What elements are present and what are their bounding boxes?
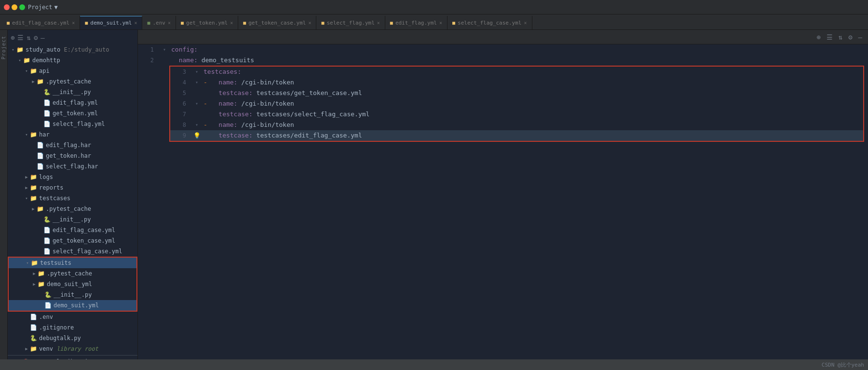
tab-close-icon[interactable]: × [439, 20, 442, 26]
tab-select-flag[interactable]: ■ select_flag.yml × [316, 16, 385, 29]
tree-item-get-token-har[interactable]: 📄 get_token.har [8, 151, 137, 161]
line-gutter-6: ▾ [192, 98, 202, 109]
tree-item-init-py-ts[interactable]: 🐍 __init__.py [9, 289, 136, 300]
tree-item-env[interactable]: 📄 .env [8, 312, 137, 322]
tab-label: get_token.yml [186, 20, 228, 26]
yml-icon: 📄 [43, 99, 51, 106]
tree-icon-list[interactable]: ☰ [17, 34, 24, 41]
status-right: CSDN @比个yeah [822, 361, 864, 369]
tree-item-gitignore[interactable]: 📄 .gitignore [8, 322, 137, 333]
tab-close-icon[interactable]: × [377, 20, 380, 26]
tab-close-icon[interactable]: × [72, 20, 75, 26]
folder-icon: 📁 [30, 195, 37, 202]
tree-icon-globe[interactable]: ⊕ [11, 34, 14, 41]
arrow: ▶ [30, 206, 37, 211]
tree-item-pytest-cache-api[interactable]: ▶ 📁 .pytest_cache [8, 76, 137, 87]
logs-arrow: ▶ [23, 175, 30, 179]
tree-item-logs[interactable]: ▶ 📁 logs [8, 172, 137, 182]
no-arrow [37, 249, 43, 254]
edit-flag-yml-label: edit_flag.yml [53, 99, 98, 106]
line-gutter-7 [192, 109, 202, 120]
tab-get-token[interactable]: ■ get_token.yml × [176, 16, 238, 29]
minimize-button[interactable] [12, 4, 17, 10]
tree-item-pytest-cache-ts[interactable]: ▶ 📁 .pytest_cache [9, 268, 136, 279]
har-icon: 📄 [37, 152, 44, 159]
tree-item-testsuits[interactable]: ▾ 📁 testsuits [9, 258, 136, 268]
yml-icon: ■ [390, 20, 393, 26]
toolbar-icon-list[interactable]: ☰ [827, 33, 833, 41]
tree-toolbar: ⊕ ☰ ⇅ ⚙ — [8, 31, 137, 44]
toolbar-icon-globe[interactable]: ⊕ [816, 33, 820, 41]
tree-item-demo-suit-yml[interactable]: 📄 demo_suit.yml [9, 300, 136, 311]
tree-item-edit-flag-case-yml[interactable]: 📄 edit_flag_case.yml [8, 225, 137, 235]
fold-icon-8[interactable]: ▾ [195, 120, 198, 130]
line-gutter-9: 💡 [192, 130, 202, 141]
tab-close-icon[interactable]: × [230, 20, 233, 26]
line-num-8: 8 [170, 120, 192, 130]
tab-edit-flag-case[interactable]: ■ edit_flag_case.yml × [2, 16, 80, 29]
tree-item-pytest-cache-tc[interactable]: ▶ 📁 .pytest_cache [8, 204, 137, 214]
yml-icon: ■ [452, 20, 455, 26]
tree-icon-sort[interactable]: ⇅ [27, 34, 30, 41]
tab-env[interactable]: ■ .env × [142, 16, 176, 29]
line-content-3: testcases: [202, 67, 863, 77]
tab-edit-flag[interactable]: ■ edit_flag.yml × [385, 16, 448, 29]
window-controls [4, 4, 25, 10]
file-tree[interactable]: ⊕ ☰ ⇅ ⚙ — ▾ 📁 study_auto E:/study_auto ▾… [8, 30, 138, 359]
tree-item-debugtalk[interactable]: 🐍 debugtalk.py [8, 333, 137, 343]
fold-icon-1[interactable]: ▾ [163, 44, 166, 55]
tree-item-get-token-case-yml[interactable]: 📄 get_token_case.yml [8, 235, 137, 246]
close-button[interactable] [4, 4, 10, 10]
no-arrow [23, 315, 30, 319]
tab-close-icon[interactable]: × [524, 20, 527, 26]
tree-icon-close[interactable]: — [41, 34, 44, 41]
folder-icon: 📁 [38, 270, 45, 277]
tab-close-icon[interactable]: × [168, 20, 171, 26]
tree-item-edit-flag-yml[interactable]: 📄 edit_flag.yml [8, 97, 137, 108]
tree-item-demohttp[interactable]: ▾ 📁 demohttp [8, 55, 137, 66]
fold-icon-3[interactable]: ▾ [195, 67, 198, 77]
toolbar-icon-sort[interactable]: ⇅ [839, 33, 842, 41]
line-content-7: testcase: testcases/select_flag_case.yml [202, 109, 863, 120]
no-arrow [37, 122, 43, 126]
fold-icon-6[interactable]: ▾ [195, 98, 198, 109]
tree-item-select-flag-har[interactable]: 📄 select_flag.har [8, 161, 137, 172]
side-strip-label: Project [1, 36, 6, 59]
tree-item-testcases[interactable]: ▾ 📁 testcases [8, 193, 137, 204]
tab-demo-suit[interactable]: ■ demo_suit.yml × [80, 16, 142, 29]
tree-item-init-py-api[interactable]: 🐍 __init__.py [8, 87, 137, 97]
tree-root[interactable]: ▾ 📁 study_auto E:/study_auto [8, 44, 137, 55]
no-arrow [37, 217, 43, 222]
tree-item-init-py-tc[interactable]: 🐍 __init__.py [8, 214, 137, 225]
tree-item-venv[interactable]: ▶ 📁 venv library root [8, 343, 137, 354]
tree-item-select-flag-case-yml[interactable]: 📄 select_flag_case.yml [8, 246, 137, 257]
tree-item-edit-flag-har[interactable]: 📄 edit_flag.har [8, 140, 137, 151]
tree-item-get-token-yml[interactable]: 📄 get_token.yml [8, 108, 137, 119]
folder-icon: 📁 [30, 131, 37, 138]
code-editor[interactable]: 1 ▾ config: 2 name: demo_testsuits 3 ▾ [138, 44, 868, 359]
no-arrow [37, 228, 43, 233]
tree-item-demo-suit-yml-folder[interactable]: ▶ 📁 demo_suit_yml [9, 279, 136, 289]
tree-icon-settings[interactable]: ⚙ [34, 34, 38, 41]
folder-icon: 📁 [38, 281, 45, 288]
arrow: ▶ [31, 282, 38, 287]
tree-item-har[interactable]: ▾ 📁 har [8, 129, 137, 140]
tree-item-select-flag-yml[interactable]: 📄 select_flag.yml [8, 119, 137, 129]
toolbar-icon-minimize[interactable]: — [858, 33, 862, 41]
project-text: Project [28, 4, 53, 11]
tree-item-reports[interactable]: ▶ 📁 reports [8, 182, 137, 193]
tree-item-api[interactable]: ▾ 📁 api [8, 66, 137, 76]
tab-get-token-case[interactable]: ■ get_token_case.yml × [238, 16, 316, 29]
fold-icon-4[interactable]: ▾ [195, 77, 198, 88]
tab-select-flag-case[interactable]: ■ select_flag_case.yml × [448, 16, 532, 29]
line-num-6: 6 [170, 98, 192, 109]
har-arrow: ▾ [23, 132, 30, 137]
maximize-button[interactable] [19, 4, 25, 10]
tree-divider [8, 355, 137, 356]
tab-close-icon[interactable]: × [308, 20, 311, 26]
no-arrow [37, 90, 43, 95]
tab-close-icon[interactable]: × [134, 20, 137, 26]
venv-sublabel: library root [53, 345, 98, 352]
line-num-7: 7 [170, 109, 192, 120]
toolbar-icon-settings[interactable]: ⚙ [848, 33, 852, 41]
